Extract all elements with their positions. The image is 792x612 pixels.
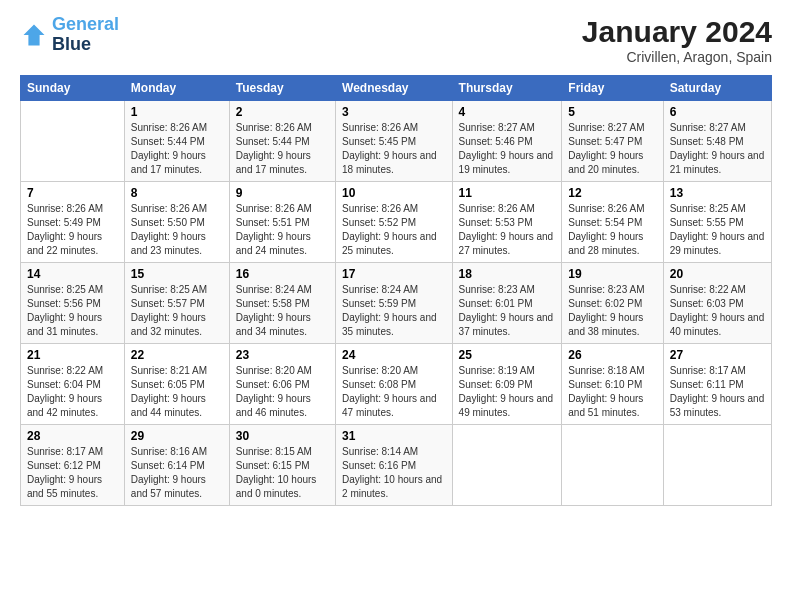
day-number: 21 [27,348,118,362]
calendar-cell: 13Sunrise: 8:25 AMSunset: 5:55 PMDayligh… [663,182,771,263]
calendar-cell: 27Sunrise: 8:17 AMSunset: 6:11 PMDayligh… [663,344,771,425]
calendar-cell [663,425,771,506]
calendar-cell: 4Sunrise: 8:27 AMSunset: 5:46 PMDaylight… [452,101,562,182]
column-header-wednesday: Wednesday [336,76,453,101]
calendar-cell: 29Sunrise: 8:16 AMSunset: 6:14 PMDayligh… [124,425,229,506]
day-info: Sunrise: 8:25 AMSunset: 5:57 PMDaylight:… [131,284,207,337]
day-info: Sunrise: 8:25 AMSunset: 5:56 PMDaylight:… [27,284,103,337]
column-header-tuesday: Tuesday [229,76,335,101]
day-info: Sunrise: 8:26 AMSunset: 5:54 PMDaylight:… [568,203,644,256]
title-block: January 2024 Crivillen, Aragon, Spain [582,15,772,65]
day-number: 9 [236,186,329,200]
day-info: Sunrise: 8:26 AMSunset: 5:44 PMDaylight:… [236,122,312,175]
day-number: 18 [459,267,556,281]
day-number: 30 [236,429,329,443]
day-number: 5 [568,105,656,119]
day-info: Sunrise: 8:18 AMSunset: 6:10 PMDaylight:… [568,365,644,418]
calendar-cell: 31Sunrise: 8:14 AMSunset: 6:16 PMDayligh… [336,425,453,506]
calendar-cell: 6Sunrise: 8:27 AMSunset: 5:48 PMDaylight… [663,101,771,182]
calendar-cell: 11Sunrise: 8:26 AMSunset: 5:53 PMDayligh… [452,182,562,263]
day-info: Sunrise: 8:19 AMSunset: 6:09 PMDaylight:… [459,365,554,418]
logo-icon [20,21,48,49]
calendar-cell: 5Sunrise: 8:27 AMSunset: 5:47 PMDaylight… [562,101,663,182]
day-number: 12 [568,186,656,200]
day-number: 26 [568,348,656,362]
week-row-2: 7Sunrise: 8:26 AMSunset: 5:49 PMDaylight… [21,182,772,263]
calendar-cell: 16Sunrise: 8:24 AMSunset: 5:58 PMDayligh… [229,263,335,344]
calendar-cell: 12Sunrise: 8:26 AMSunset: 5:54 PMDayligh… [562,182,663,263]
day-number: 2 [236,105,329,119]
day-number: 14 [27,267,118,281]
header: General Blue January 2024 Crivillen, Ara… [20,15,772,65]
day-number: 15 [131,267,223,281]
day-number: 3 [342,105,446,119]
logo: General Blue [20,15,119,55]
day-info: Sunrise: 8:16 AMSunset: 6:14 PMDaylight:… [131,446,207,499]
week-row-5: 28Sunrise: 8:17 AMSunset: 6:12 PMDayligh… [21,425,772,506]
day-info: Sunrise: 8:26 AMSunset: 5:53 PMDaylight:… [459,203,554,256]
calendar-cell: 19Sunrise: 8:23 AMSunset: 6:02 PMDayligh… [562,263,663,344]
calendar-cell: 26Sunrise: 8:18 AMSunset: 6:10 PMDayligh… [562,344,663,425]
calendar-cell: 21Sunrise: 8:22 AMSunset: 6:04 PMDayligh… [21,344,125,425]
calendar-cell [21,101,125,182]
calendar-cell: 7Sunrise: 8:26 AMSunset: 5:49 PMDaylight… [21,182,125,263]
calendar-cell: 8Sunrise: 8:26 AMSunset: 5:50 PMDaylight… [124,182,229,263]
day-number: 8 [131,186,223,200]
main-title: January 2024 [582,15,772,49]
day-info: Sunrise: 8:26 AMSunset: 5:49 PMDaylight:… [27,203,103,256]
column-header-friday: Friday [562,76,663,101]
day-number: 25 [459,348,556,362]
calendar-table: SundayMondayTuesdayWednesdayThursdayFrid… [20,75,772,506]
day-info: Sunrise: 8:27 AMSunset: 5:48 PMDaylight:… [670,122,765,175]
day-number: 27 [670,348,765,362]
calendar-cell: 23Sunrise: 8:20 AMSunset: 6:06 PMDayligh… [229,344,335,425]
calendar-cell: 9Sunrise: 8:26 AMSunset: 5:51 PMDaylight… [229,182,335,263]
day-info: Sunrise: 8:26 AMSunset: 5:45 PMDaylight:… [342,122,437,175]
day-number: 16 [236,267,329,281]
day-number: 13 [670,186,765,200]
day-number: 10 [342,186,446,200]
day-info: Sunrise: 8:23 AMSunset: 6:02 PMDaylight:… [568,284,644,337]
day-number: 6 [670,105,765,119]
day-number: 19 [568,267,656,281]
day-info: Sunrise: 8:26 AMSunset: 5:52 PMDaylight:… [342,203,437,256]
page: General Blue January 2024 Crivillen, Ara… [0,0,792,612]
calendar-cell: 17Sunrise: 8:24 AMSunset: 5:59 PMDayligh… [336,263,453,344]
calendar-cell: 15Sunrise: 8:25 AMSunset: 5:57 PMDayligh… [124,263,229,344]
day-number: 1 [131,105,223,119]
logo-text: General Blue [52,15,119,55]
week-row-1: 1Sunrise: 8:26 AMSunset: 5:44 PMDaylight… [21,101,772,182]
calendar-cell: 2Sunrise: 8:26 AMSunset: 5:44 PMDaylight… [229,101,335,182]
day-info: Sunrise: 8:26 AMSunset: 5:51 PMDaylight:… [236,203,312,256]
day-number: 31 [342,429,446,443]
column-header-sunday: Sunday [21,76,125,101]
day-info: Sunrise: 8:27 AMSunset: 5:47 PMDaylight:… [568,122,644,175]
day-info: Sunrise: 8:17 AMSunset: 6:11 PMDaylight:… [670,365,765,418]
day-number: 20 [670,267,765,281]
day-number: 11 [459,186,556,200]
week-row-3: 14Sunrise: 8:25 AMSunset: 5:56 PMDayligh… [21,263,772,344]
calendar-cell [452,425,562,506]
svg-marker-0 [24,24,45,45]
day-info: Sunrise: 8:23 AMSunset: 6:01 PMDaylight:… [459,284,554,337]
column-header-thursday: Thursday [452,76,562,101]
day-info: Sunrise: 8:24 AMSunset: 5:59 PMDaylight:… [342,284,437,337]
calendar-cell: 14Sunrise: 8:25 AMSunset: 5:56 PMDayligh… [21,263,125,344]
calendar-cell: 10Sunrise: 8:26 AMSunset: 5:52 PMDayligh… [336,182,453,263]
day-number: 29 [131,429,223,443]
day-number: 28 [27,429,118,443]
day-info: Sunrise: 8:14 AMSunset: 6:16 PMDaylight:… [342,446,442,499]
calendar-cell: 3Sunrise: 8:26 AMSunset: 5:45 PMDaylight… [336,101,453,182]
calendar-cell: 24Sunrise: 8:20 AMSunset: 6:08 PMDayligh… [336,344,453,425]
day-info: Sunrise: 8:24 AMSunset: 5:58 PMDaylight:… [236,284,312,337]
day-info: Sunrise: 8:20 AMSunset: 6:08 PMDaylight:… [342,365,437,418]
calendar-cell: 28Sunrise: 8:17 AMSunset: 6:12 PMDayligh… [21,425,125,506]
day-info: Sunrise: 8:22 AMSunset: 6:04 PMDaylight:… [27,365,103,418]
calendar-cell [562,425,663,506]
day-info: Sunrise: 8:26 AMSunset: 5:44 PMDaylight:… [131,122,207,175]
day-number: 17 [342,267,446,281]
header-row: SundayMondayTuesdayWednesdayThursdayFrid… [21,76,772,101]
subtitle: Crivillen, Aragon, Spain [582,49,772,65]
day-info: Sunrise: 8:15 AMSunset: 6:15 PMDaylight:… [236,446,317,499]
day-info: Sunrise: 8:20 AMSunset: 6:06 PMDaylight:… [236,365,312,418]
